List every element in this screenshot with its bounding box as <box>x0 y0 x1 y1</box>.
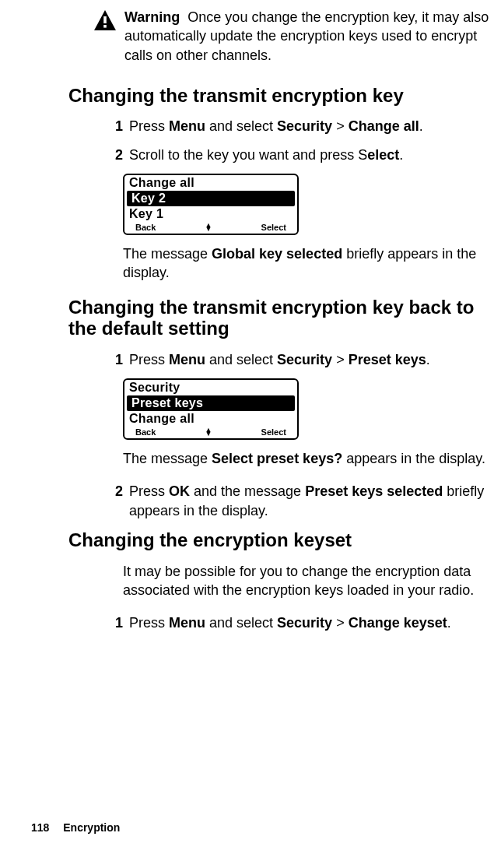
lcd-row: Change all <box>124 175 297 191</box>
svg-rect-2 <box>103 25 107 28</box>
step-number: 1 <box>107 613 129 632</box>
warning-label: Warning <box>124 9 180 25</box>
step-number: 2 <box>107 146 129 164</box>
step-number: 1 <box>107 117 129 135</box>
softkey-right: Select <box>261 427 286 437</box>
lcd-softkeys: Back ▲▼ Select <box>124 427 297 438</box>
step: 2 Press OK and the message Preset keys s… <box>123 482 496 520</box>
heading-default: Changing the transmit encryption key bac… <box>68 297 496 339</box>
lcd-row: Change all <box>124 411 297 427</box>
warning-block: Warning Once you change the encryption k… <box>93 8 496 65</box>
result-text: The message Select preset keys? appears … <box>123 449 496 468</box>
lcd-row-selected: Key 2 <box>127 191 295 206</box>
warning-body: Once you change the encryption key, it m… <box>124 9 489 63</box>
page-number: 118 <box>31 821 49 834</box>
softkey-left: Back <box>135 223 156 232</box>
step-text: Press OK and the message Preset keys sel… <box>129 482 496 520</box>
lcd-row: Security <box>124 380 297 395</box>
step-text: Press Menu and select Security > Change … <box>129 117 496 135</box>
page-footer: 118 Encryption <box>31 821 120 834</box>
lcd-softkeys: Back ▲▼ Select <box>124 222 297 234</box>
softkey-left: Back <box>135 427 156 437</box>
lcd-row: Key 1 <box>124 206 297 222</box>
heading-transmit: Changing the transmit encryption key <box>68 85 496 107</box>
section-title: Encryption <box>63 821 120 834</box>
lcd-row-selected: Preset keys <box>127 395 295 411</box>
step-text: Scroll to the key you want and press Sel… <box>129 146 496 164</box>
step: 2 Scroll to the key you want and press S… <box>123 146 496 164</box>
nav-updown-icon: ▲▼ <box>205 223 212 231</box>
result-text: The message Global key selected briefly … <box>123 244 496 283</box>
nav-updown-icon: ▲▼ <box>205 428 212 436</box>
lcd-screen: Security Preset keys Change all Back ▲▼ … <box>123 378 299 440</box>
step-number: 2 <box>107 482 129 520</box>
softkey-right: Select <box>261 223 286 232</box>
warning-text: Warning Once you change the encryption k… <box>124 8 496 65</box>
page: Warning Once you change the encryption k… <box>0 0 501 868</box>
svg-rect-1 <box>103 16 107 23</box>
step: 1 Press Menu and select Security > Chang… <box>123 613 496 632</box>
step: 1 Press Menu and select Security > Prese… <box>123 350 496 369</box>
intro-text: It may be possible for you to change the… <box>123 562 496 600</box>
content-area: Warning Once you change the encryption k… <box>0 8 501 633</box>
warning-icon <box>93 9 117 31</box>
lcd-screen: Change all Key 2 Key 1 Back ▲▼ Select <box>123 174 299 235</box>
step-text: Press Menu and select Security > Preset … <box>129 350 496 369</box>
step: 1 Press Menu and select Security > Chang… <box>123 117 496 135</box>
heading-keyset: Changing the encryption keyset <box>68 529 496 551</box>
step-text: Press Menu and select Security > Change … <box>129 613 496 632</box>
step-number: 1 <box>107 350 129 369</box>
